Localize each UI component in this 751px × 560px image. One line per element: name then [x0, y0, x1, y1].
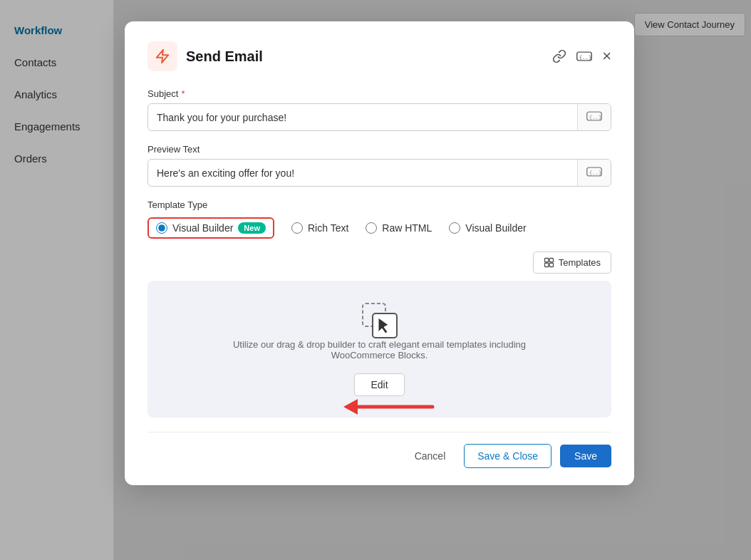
template-type-group: Template Type Visual Builder New Rich Te…: [147, 199, 611, 239]
close-icon[interactable]: ×: [602, 47, 611, 66]
radio-rich-text[interactable]: Rich Text: [291, 222, 348, 234]
send-email-modal: Send Email {..} × Subject *: [125, 21, 634, 485]
subject-input[interactable]: [148, 105, 577, 130]
svg-rect-7: [544, 259, 548, 262]
svg-text:{..}: {..}: [589, 170, 602, 176]
radio-visual-builder-new-input[interactable]: [156, 222, 167, 234]
preview-text-input-wrap: {..}: [147, 159, 611, 187]
svg-marker-0: [157, 50, 169, 63]
template-type-label: Template Type: [147, 199, 611, 210]
radio-raw-html-input[interactable]: [366, 222, 377, 234]
subject-label: Subject *: [147, 88, 611, 99]
save-close-button[interactable]: Save & Close: [464, 444, 551, 468]
code-merge-icon[interactable]: {..}: [576, 50, 592, 63]
visual-builder-area: Utilize our drag & drop builder to craft…: [147, 281, 611, 418]
subject-merge-button[interactable]: {..}: [577, 104, 611, 130]
radio-visual-builder[interactable]: Visual Builder: [449, 222, 526, 234]
radio-visual-builder-label: Visual Builder: [465, 222, 526, 234]
svg-text:{..}: {..}: [579, 54, 592, 61]
builder-description: Utilize our drag & drop builder to craft…: [209, 339, 551, 361]
link-icon[interactable]: [552, 49, 566, 63]
templates-button-label: Templates: [559, 257, 601, 268]
save-button[interactable]: Save: [560, 445, 611, 467]
send-email-icon: [147, 41, 177, 71]
templates-button[interactable]: Templates: [533, 252, 611, 274]
modal-header-actions: {..} ×: [552, 47, 611, 66]
svg-rect-10: [549, 263, 553, 266]
preview-text-field-group: Preview Text {..}: [147, 144, 611, 187]
template-type-radio-group: Visual Builder New Rich Text Raw HTML Vi…: [147, 217, 611, 239]
subject-input-wrap: {..}: [147, 103, 611, 131]
svg-text:{..}: {..}: [589, 114, 602, 120]
radio-visual-builder-new-label: Visual Builder: [172, 222, 233, 234]
modal-footer: Cancel Save & Close Save: [147, 432, 611, 468]
radio-rich-text-input[interactable]: [291, 222, 303, 234]
radio-rich-text-label: Rich Text: [308, 222, 348, 234]
required-indicator: *: [181, 88, 185, 99]
radio-raw-html[interactable]: Raw HTML: [366, 222, 432, 234]
svg-rect-8: [549, 259, 553, 262]
subject-field-group: Subject * {..}: [147, 88, 611, 131]
edit-button[interactable]: Edit: [354, 373, 404, 396]
radio-raw-html-label: Raw HTML: [382, 222, 432, 234]
preview-text-input[interactable]: [148, 160, 577, 186]
drag-drop-icon: [361, 302, 398, 339]
radio-visual-builder-input[interactable]: [449, 222, 460, 234]
templates-row: Templates: [147, 252, 611, 274]
cancel-button[interactable]: Cancel: [405, 445, 456, 467]
radio-visual-builder-new[interactable]: Visual Builder New: [147, 217, 274, 239]
preview-text-label: Preview Text: [147, 144, 611, 155]
svg-rect-9: [544, 263, 548, 266]
modal-header: Send Email {..} ×: [147, 41, 611, 71]
modal-title: Send Email: [186, 48, 552, 65]
preview-text-merge-button[interactable]: {..}: [577, 160, 611, 186]
new-badge: New: [238, 222, 266, 234]
